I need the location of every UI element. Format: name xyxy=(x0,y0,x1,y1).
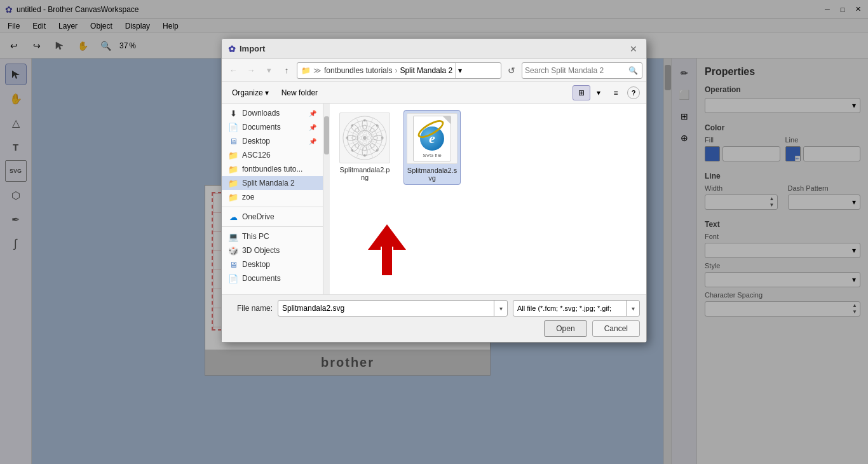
svg-point-6 xyxy=(369,123,380,134)
zoe-icon: 📁 xyxy=(228,192,238,202)
dialog-footer: File name: ▾ ▾ Open Cancel xyxy=(222,294,646,342)
svg-point-29 xyxy=(363,136,367,140)
svg-file-item[interactable]: e SVG file Splitmandala2.svg xyxy=(403,110,461,185)
svg-rect-38 xyxy=(382,247,392,275)
search-input[interactable] xyxy=(525,66,624,75)
asc126-nav-item[interactable]: 📁 ASC126 xyxy=(222,148,323,162)
fontbundles-nav-item[interactable]: 📁 fontbundles tuto... xyxy=(222,162,323,176)
svg-point-25 xyxy=(364,154,366,156)
view-dropdown-button[interactable]: ▾ xyxy=(593,85,604,100)
nav-scrollbar[interactable] xyxy=(323,104,330,294)
asc126-icon: 📁 xyxy=(228,150,238,160)
documents-label: Documents xyxy=(242,123,281,132)
filetype-input[interactable] xyxy=(513,300,640,317)
red-arrow-indicator xyxy=(368,224,406,275)
3dobjects-icon: 🎲 xyxy=(228,245,238,256)
png-file-item[interactable]: Splitmandala2.png xyxy=(336,110,393,184)
filename-row: File name: ▾ ▾ xyxy=(228,300,640,317)
open-button[interactable]: Open xyxy=(544,320,587,337)
zoe-nav-item[interactable]: 📁 zoe xyxy=(222,190,323,204)
svg-file-thumb: e SVG file xyxy=(407,113,458,164)
documents-icon: 📄 xyxy=(228,122,238,132)
help-view-button[interactable]: ? xyxy=(627,86,640,99)
toolbar-right: ⊞ ▾ ≡ ? xyxy=(573,85,640,100)
dialog-title-text: Import xyxy=(240,44,265,53)
organize-button[interactable]: Organize ▾ xyxy=(228,87,273,99)
downloads-icon: ⬇ xyxy=(228,108,238,118)
png-file-thumb xyxy=(339,113,390,163)
nav-divider xyxy=(222,207,323,207)
thispc-icon: 💻 xyxy=(228,231,238,242)
3dobjects-nav-item[interactable]: 🎲 3D Objects xyxy=(222,243,323,257)
breadcrumb-current: Split Mandala 2 xyxy=(400,66,452,75)
dialog-icon: ✿ xyxy=(228,44,236,54)
dialog-nav-bar: ← → ▾ ↑ 📁 ≫ fontbundles tutorials › Spli… xyxy=(222,59,646,82)
large-icons-view-button[interactable]: ⊞ xyxy=(573,85,590,100)
svg-point-8 xyxy=(369,142,380,153)
svg-ext-label: SVG file xyxy=(423,153,441,158)
split-mandala-label: Split Mandala 2 xyxy=(242,179,295,188)
modal-overlay: ✿ Import ✕ ← → ▾ ↑ 📁 ≫ fontbundles tutor… xyxy=(0,0,868,464)
dialog-toolbar: Organize ▾ New folder ⊞ ▾ ≡ ? xyxy=(222,82,646,104)
split-mandala-nav-item[interactable]: 📁 Split Mandala 2 xyxy=(222,176,323,190)
desktop-nav-item[interactable]: 🖥 Desktop 📌 xyxy=(222,134,323,148)
split-mandala-icon: 📁 xyxy=(228,178,238,188)
filename-input[interactable] xyxy=(278,300,508,317)
dialog-title: ✿ Import xyxy=(228,44,265,54)
new-folder-button[interactable]: New folder xyxy=(278,87,322,99)
nav-scrollbar-thumb[interactable] xyxy=(324,116,329,154)
dialog-buttons: Open Cancel xyxy=(228,320,640,337)
svg-point-27 xyxy=(346,137,348,139)
organize-arrow: ▾ xyxy=(265,88,269,97)
breadcrumb-dropdown[interactable]: ▾ xyxy=(455,63,464,78)
onedrive-icon: ☁ xyxy=(228,212,238,222)
desktop2-nav-item[interactable]: 🖥 Desktop xyxy=(222,257,323,271)
onedrive-label: OneDrive xyxy=(242,212,275,221)
desktop-pin: 📌 xyxy=(309,138,316,145)
svg-filename: Splitmandala2.svg xyxy=(407,167,458,182)
search-icon[interactable]: 🔍 xyxy=(627,64,639,77)
dialog-close-button[interactable]: ✕ xyxy=(627,43,640,55)
documents2-icon: 📄 xyxy=(228,273,238,283)
nav-recent-button[interactable]: ▾ xyxy=(261,63,276,78)
cancel-button[interactable]: Cancel xyxy=(592,320,640,337)
png-filename: Splitmandala2.png xyxy=(339,166,391,181)
breadcrumb-bar: 📁 ≫ fontbundles tutorials › Split Mandal… xyxy=(297,62,501,79)
svg-point-12 xyxy=(350,123,361,134)
nav-forward-button[interactable]: → xyxy=(243,63,259,78)
svg-point-21 xyxy=(364,119,366,121)
downloads-pin: 📌 xyxy=(309,110,316,117)
filename-label: File name: xyxy=(228,304,273,313)
onedrive-nav-item[interactable]: ☁ OneDrive xyxy=(222,210,323,224)
documents-nav-item[interactable]: 📄 Documents 📌 xyxy=(222,120,323,134)
downloads-nav-item[interactable]: ⬇ Downloads 📌 xyxy=(222,106,323,120)
desktop-icon: 🖥 xyxy=(228,136,238,146)
details-view-button[interactable]: ≡ xyxy=(607,85,625,100)
dialog-content: ⬇ Downloads 📌 📄 Documents 📌 🖥 Desktop 📌 … xyxy=(222,104,646,294)
svg-point-10 xyxy=(350,142,361,153)
thispc-nav-item[interactable]: 💻 This PC xyxy=(222,229,323,243)
dialog-file-area: Splitmandala2.png e xyxy=(330,104,646,294)
nav-up-button[interactable]: ↑ xyxy=(279,63,294,78)
fontbundles-icon: 📁 xyxy=(228,164,238,174)
filetype-dropdown-button[interactable]: ▾ xyxy=(626,300,640,317)
filename-dropdown-button[interactable]: ▾ xyxy=(494,300,508,317)
nav-back-button[interactable]: ← xyxy=(226,63,241,78)
import-dialog: ✿ Import ✕ ← → ▾ ↑ 📁 ≫ fontbundles tutor… xyxy=(221,38,647,343)
documents2-nav-item[interactable]: 📄 Documents xyxy=(222,271,323,285)
desktop-label: Desktop xyxy=(242,137,270,146)
refresh-button[interactable]: ↺ xyxy=(504,63,519,78)
asc126-label: ASC126 xyxy=(242,151,271,160)
desktop2-icon: 🖥 xyxy=(228,259,238,270)
breadcrumb-sep2: › xyxy=(395,66,397,75)
dialog-left-nav: ⬇ Downloads 📌 📄 Documents 📌 🖥 Desktop 📌 … xyxy=(222,104,323,294)
svg-marker-39 xyxy=(368,224,406,250)
search-bar: 🔍 xyxy=(522,62,642,79)
3dobjects-label: 3D Objects xyxy=(242,246,280,255)
breadcrumb-folder-icon: 📁 xyxy=(301,66,311,75)
dialog-titlebar: ✿ Import ✕ xyxy=(222,39,646,59)
organize-label: Organize xyxy=(232,88,263,97)
thispc-label: This PC xyxy=(242,232,269,241)
desktop2-label: Desktop xyxy=(242,260,270,269)
documents-pin: 📌 xyxy=(309,124,316,131)
